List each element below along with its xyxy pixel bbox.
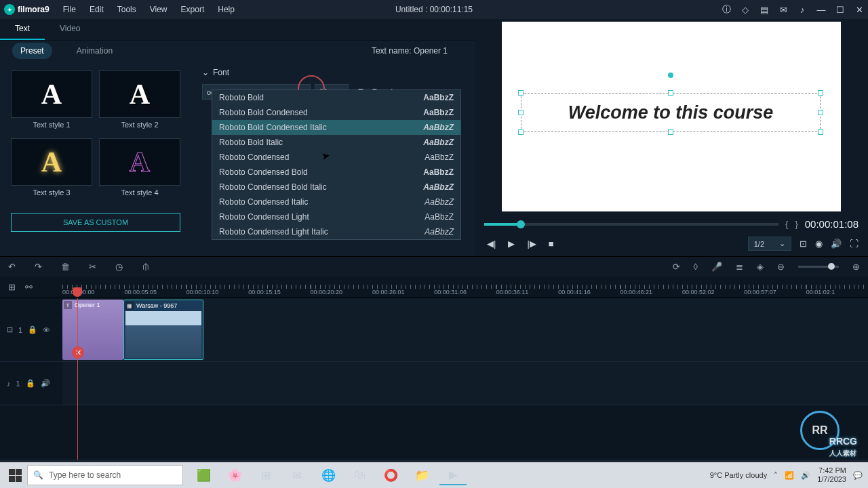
taskbar-chrome[interactable]: ⭕ — [377, 465, 404, 485]
mute-icon[interactable]: 🔊 — [41, 379, 50, 388]
tray-volume-icon[interactable]: 🔊 — [801, 471, 810, 480]
font-option[interactable]: Roboto Condensed LightAaBbzZ — [212, 209, 460, 224]
crop-icon[interactable]: ⫛ — [142, 262, 151, 272]
keyframe-icon[interactable]: ◈ — [757, 262, 764, 272]
volume-icon[interactable]: 🔊 — [831, 239, 842, 249]
scrubber[interactable] — [484, 223, 778, 226]
menu-tools[interactable]: Tools — [117, 5, 136, 14]
taskbar-search[interactable]: 🔍 Type here to search — [27, 465, 183, 485]
undo-icon[interactable]: ↶ — [8, 262, 16, 272]
preview-text[interactable]: Welcome to this course — [521, 93, 821, 132]
font-option[interactable]: Roboto Bold ItalicAaBbzZ — [212, 135, 460, 150]
taskbar-edge[interactable]: 🌐 — [315, 465, 342, 485]
scrub-thumb[interactable] — [517, 220, 525, 228]
split-icon[interactable]: ✂ — [89, 262, 96, 272]
text-style-3[interactable]: A Text style 3 — [11, 138, 92, 197]
minimize-icon[interactable]: — — [816, 5, 826, 14]
zoom-thumb[interactable] — [828, 263, 835, 270]
tab-video[interactable]: Video — [45, 19, 95, 40]
font-option[interactable]: Roboto Bold CondensedAaBbzZ — [212, 105, 460, 120]
notifications-icon[interactable]: 💬 — [853, 471, 863, 480]
marker-icon[interactable]: ◷ — [115, 262, 123, 272]
clip-opener-1[interactable]: T Opener 1 ✕ — [62, 300, 123, 360]
close-icon[interactable]: ✕ — [854, 5, 864, 14]
bell-icon[interactable]: ♪ — [797, 5, 807, 14]
tray-chevron-icon[interactable]: ˄ — [774, 471, 778, 480]
play-icon[interactable]: ▶ — [508, 239, 515, 249]
font-option[interactable]: Roboto Bold Condensed ItalicAaBbzZ — [212, 120, 460, 135]
taskbar-app-2[interactable]: 🌸 — [221, 465, 248, 485]
zoom-in-icon[interactable]: ⊕ — [852, 262, 860, 272]
text-object[interactable]: Welcome to this course — [521, 93, 821, 132]
tab-text[interactable]: Text — [0, 19, 45, 40]
text-style-2[interactable]: A Text style 2 — [99, 70, 180, 129]
rotate-handle[interactable] — [668, 73, 673, 78]
font-option[interactable]: Roboto Condensed Light ItalicAaBbzZ — [212, 224, 460, 239]
resize-handle-br[interactable] — [818, 129, 823, 135]
zoom-out-icon[interactable]: ⊖ — [777, 262, 785, 272]
resize-handle-tr[interactable] — [818, 90, 823, 96]
taskbar-app-1[interactable]: 🟩 — [190, 465, 217, 485]
link-icon[interactable]: ⚯ — [25, 282, 33, 292]
info-icon[interactable]: ⓘ — [722, 5, 731, 14]
bracket-out-icon[interactable]: } — [795, 219, 797, 229]
tray-network-icon[interactable]: 📶 — [785, 471, 794, 480]
step-back-icon[interactable]: ◀| — [487, 239, 496, 249]
preview-canvas[interactable]: Welcome to this course — [502, 22, 841, 211]
snapshot-icon[interactable]: ◉ — [815, 239, 823, 249]
bracket-in-icon[interactable]: { — [785, 219, 788, 229]
save-icon[interactable]: ▤ — [760, 5, 769, 14]
delete-icon[interactable]: 🗑 — [61, 262, 70, 272]
redo-icon[interactable]: ↷ — [35, 262, 42, 272]
zoom-select[interactable]: 1/2 ⌄ — [748, 237, 791, 251]
tab-animation[interactable]: Animation — [68, 43, 121, 59]
account-icon[interactable]: ◇ — [741, 5, 750, 14]
resize-handle-mr[interactable] — [818, 110, 823, 115]
taskbar-taskview[interactable]: ⊞ — [252, 465, 279, 485]
resize-handle-tl[interactable] — [518, 90, 524, 96]
taskbar-explorer[interactable]: 📁 — [408, 465, 435, 485]
resize-handle-bm[interactable] — [668, 129, 673, 135]
tab-preset[interactable]: Preset — [12, 43, 52, 59]
text-style-1[interactable]: A Text style 1 — [11, 70, 92, 129]
weather-widget[interactable]: 9°C Partly cloudy — [710, 471, 768, 479]
audio-track-body[interactable] — [62, 362, 868, 405]
taskbar-store[interactable]: 🛍 — [346, 465, 373, 485]
menu-file[interactable]: File — [63, 5, 76, 14]
font-dropdown[interactable]: Roboto BoldAaBbzZRoboto Bold CondensedAa… — [212, 89, 461, 240]
font-option[interactable]: Roboto CondensedAaBbzZ — [212, 150, 460, 165]
render-icon[interactable]: ⟳ — [673, 262, 680, 272]
video-track-body[interactable]: T Opener 1 ✕ ▦ Warsaw - 9967 — [62, 298, 868, 361]
zoom-slider[interactable] — [798, 266, 839, 268]
font-option[interactable]: Roboto Condensed ItalicAaBbzZ — [212, 195, 460, 209]
font-option[interactable]: Roboto Condensed BoldAaBbzZ — [212, 165, 460, 180]
menu-export[interactable]: Export — [181, 5, 205, 14]
menu-view[interactable]: View — [150, 5, 167, 14]
quality-icon[interactable]: ⊡ — [800, 239, 807, 249]
mail-icon[interactable]: ✉ — [778, 5, 788, 14]
mixer-icon[interactable]: ≣ — [736, 262, 743, 272]
clip-warsaw[interactable]: ▦ Warsaw - 9967 — [123, 300, 203, 360]
taskbar-filmora[interactable]: ▶ — [439, 465, 467, 485]
add-track-icon[interactable]: ⊞ — [8, 282, 16, 292]
resize-handle-tm[interactable] — [668, 90, 673, 96]
lock-icon[interactable]: 🔒 — [26, 379, 35, 388]
resize-handle-ml[interactable] — [518, 110, 524, 115]
font-section-title[interactable]: ⌄ Font — [202, 68, 464, 77]
font-option[interactable]: Roboto Condensed Bold ItalicAaBbzZ — [212, 180, 460, 195]
voiceover-icon[interactable]: 🎤 — [711, 262, 722, 272]
step-forward-icon[interactable]: |▶ — [527, 239, 536, 249]
save-as-custom-button[interactable]: SAVE AS CUSTOM — [11, 213, 180, 232]
font-option[interactable]: Roboto BoldAaBbzZ — [212, 90, 460, 105]
marker-add-icon[interactable]: ◊ — [694, 262, 698, 272]
taskbar-mail[interactable]: ✉ — [283, 465, 311, 485]
playhead[interactable] — [77, 298, 78, 460]
fullscreen-icon[interactable]: ⛶ — [850, 239, 859, 249]
delete-clip-icon[interactable]: ✕ — [72, 346, 84, 359]
stop-icon[interactable]: ■ — [549, 239, 554, 249]
lock-icon[interactable]: 🔒 — [28, 325, 37, 334]
taskbar-clock[interactable]: 7:42 PM 1/7/2023 — [817, 466, 846, 484]
menu-edit[interactable]: Edit — [90, 5, 104, 14]
text-style-4[interactable]: A Text style 4 — [99, 138, 180, 197]
maximize-icon[interactable]: ☐ — [835, 5, 845, 14]
